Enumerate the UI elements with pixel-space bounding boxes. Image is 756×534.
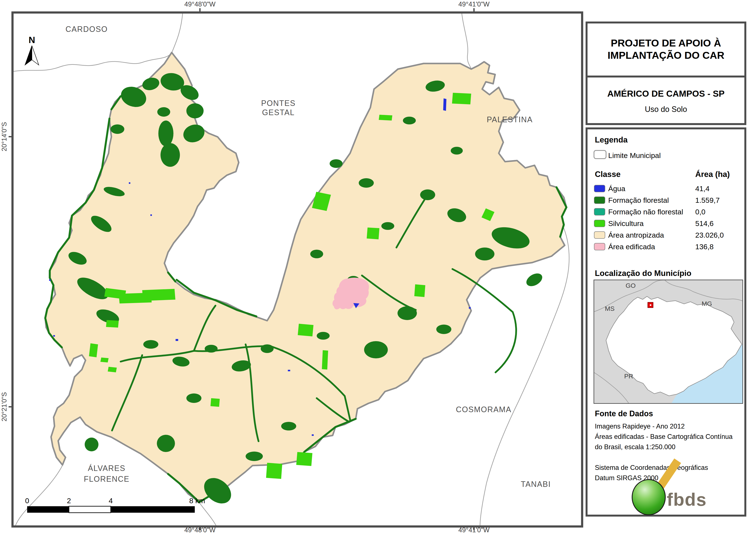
coord-top-left: 49°48'0"W xyxy=(184,0,216,8)
source-line-3: do Brasil, escala 1:250.000 xyxy=(595,442,675,452)
source-line-1: Imagens Rapideye - Ano 2012 xyxy=(595,421,685,432)
label-alvares-1: ÁLVARES xyxy=(88,464,125,473)
legend-swatch-area-antropizada xyxy=(594,231,605,239)
legend-label: Água xyxy=(608,185,625,193)
subtitle-box: AMÉRICO DE CAMPOS - SP Uso do Solo xyxy=(585,76,746,125)
fbds-logo-globe-icon xyxy=(632,479,666,515)
label-cosmorama: COSMORAMA xyxy=(456,405,511,414)
map-sheet: CARDOSO PONTES GESTAL PALESTINA COSMORAM… xyxy=(0,0,756,534)
project-title-line1: PROJETO DE APOIO À xyxy=(587,37,744,49)
municipality-marker xyxy=(648,302,653,308)
legend-label: Silvicultura xyxy=(608,219,643,228)
label-palestina: PALESTINA xyxy=(487,115,532,124)
legend-swatch-formacao-florestal xyxy=(594,196,605,204)
legend-value: 0,0 xyxy=(695,208,705,216)
location-heading: Localização do Município xyxy=(595,269,691,278)
municipality-name: AMÉRICO DE CAMPOS - SP xyxy=(587,89,744,99)
legend-label: Formação não florestal xyxy=(608,208,683,216)
inset-label-pr: PR xyxy=(624,372,633,380)
label-tanabi: TANABI xyxy=(521,480,551,489)
title-box: PROJETO DE APOIO À IMPLANTAÇÃO DO CAR xyxy=(585,21,746,78)
legend-swatch-formacao-nao-florestal xyxy=(594,208,605,216)
north-arrow: N xyxy=(25,35,39,65)
label-pontes-gestal-1: PONTES xyxy=(261,99,296,108)
project-title-line2: IMPLANTAÇÃO DO CAR xyxy=(587,49,744,61)
legend-value: 41,4 xyxy=(695,185,710,193)
legend-value: 136,8 xyxy=(695,242,714,251)
limite-municipal-label: Limite Municipal xyxy=(608,151,661,160)
scale-0: 0 xyxy=(25,496,29,505)
legend-box: Legenda Limite Municipal Classe Área (ha… xyxy=(585,127,746,517)
coord-left-lower: 20°21'0"S xyxy=(0,392,8,421)
inset-label-go: GO xyxy=(626,282,636,289)
legend-swatch-agua xyxy=(594,185,605,192)
legend-swatch-silvicultura xyxy=(594,220,605,227)
map-theme: Uso do Solo xyxy=(587,105,744,114)
north-arrow-label: N xyxy=(29,35,35,45)
legend-heading: Legenda xyxy=(595,135,628,144)
scale-2: 2 xyxy=(67,496,71,505)
scale-bar: 0 2 4 8 km xyxy=(25,496,205,513)
legend-label: Área antropizada xyxy=(608,231,664,239)
scale-8km: 8 km xyxy=(189,496,205,505)
limite-municipal-swatch xyxy=(594,150,607,159)
label-cardoso: CARDOSO xyxy=(66,25,108,34)
legend-label: Área edificada xyxy=(608,242,655,251)
scale-4: 4 xyxy=(109,496,113,505)
label-pontes-gestal-2: GESTAL xyxy=(262,108,294,117)
source-line-2: Áreas edificadas - Base Cartográfica Con… xyxy=(595,432,733,442)
legend-value: 1.559,7 xyxy=(695,196,719,204)
source-heading: Fonte de Dados xyxy=(595,409,653,418)
legend-col-classe: Classe xyxy=(595,170,620,179)
inset-label-mg: MG xyxy=(702,300,712,307)
coord-left-upper: 20°14'0"S xyxy=(0,122,8,151)
label-alvares-2: FLORENCE xyxy=(84,474,129,483)
legend-col-area: Área (ha) xyxy=(695,170,730,179)
coord-bottom-right: 49°41'0"W xyxy=(458,526,490,534)
fbds-logo-text: fbds xyxy=(667,489,707,510)
legend-label: Formação florestal xyxy=(608,196,669,204)
inset-label-ms: MS xyxy=(605,305,615,312)
coord-bottom-left: 49°48'0"W xyxy=(184,526,216,534)
legend-value: 23.026,0 xyxy=(695,231,724,239)
location-inset-map: GO MS MG PR xyxy=(594,280,743,404)
source-line-4: Sistema de Coordenadas Geográficas xyxy=(595,463,708,473)
coord-top-right: 49°41'0"W xyxy=(458,0,490,8)
legend-value: 514,6 xyxy=(695,219,714,228)
legend-swatch-area-edificada xyxy=(594,243,605,250)
